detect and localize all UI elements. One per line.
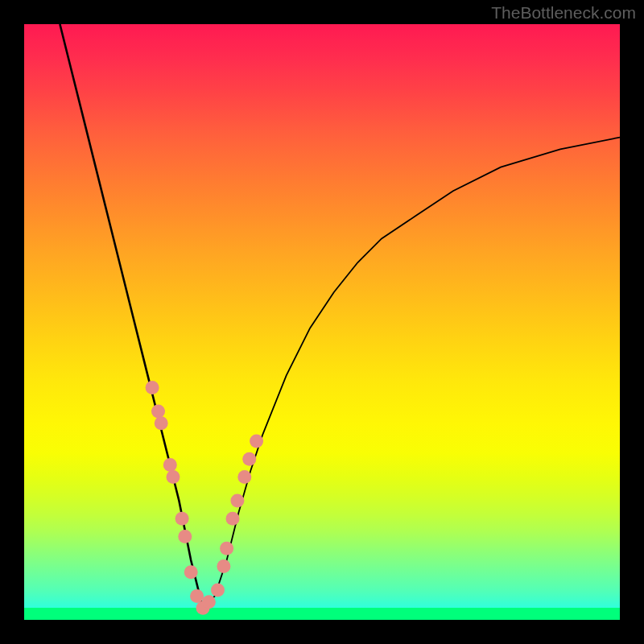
chart-plot-area — [24, 24, 620, 620]
sample-markers — [146, 381, 264, 615]
sample-point — [217, 559, 230, 573]
sample-point — [184, 565, 198, 579]
sample-point — [163, 458, 177, 472]
sample-point — [242, 452, 256, 466]
bottleneck-curve-svg — [24, 24, 620, 620]
watermark-text: TheBottleneck.com — [491, 3, 636, 23]
sample-point — [167, 470, 180, 484]
sample-point — [220, 542, 233, 555]
curve-right-arm — [203, 138, 620, 609]
sample-point — [190, 589, 204, 603]
sample-point — [146, 381, 159, 394]
sample-point — [175, 512, 189, 526]
sample-point — [202, 595, 216, 609]
sample-point — [178, 530, 192, 543]
sample-point — [226, 512, 240, 526]
sample-point — [250, 435, 263, 448]
sample-point — [237, 470, 251, 484]
sample-point — [151, 405, 165, 419]
sample-point — [230, 494, 244, 508]
sample-point — [155, 416, 168, 430]
sample-point — [211, 584, 225, 597]
